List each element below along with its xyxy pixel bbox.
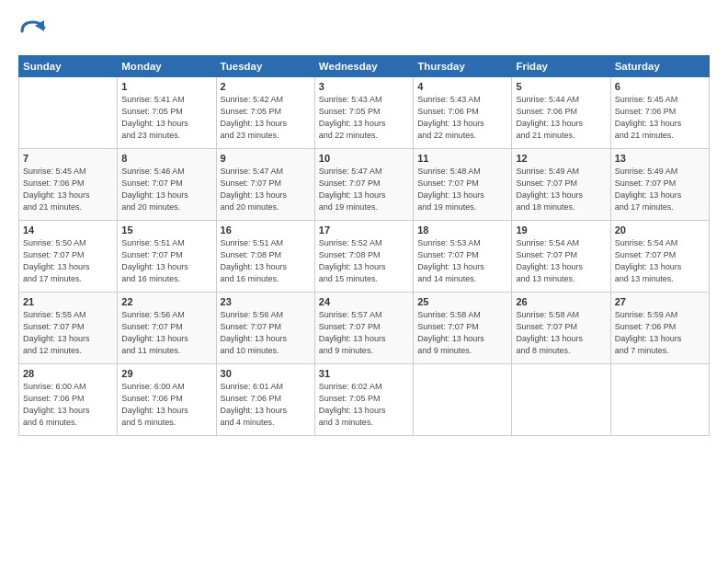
calendar-day-cell: 6Sunrise: 5:45 AM Sunset: 7:06 PM Daylig… — [610, 77, 709, 149]
logo — [18, 17, 51, 46]
day-info: Sunrise: 5:54 AM Sunset: 7:07 PM Dayligh… — [615, 237, 705, 285]
day-number: 18 — [417, 224, 507, 236]
calendar-day-cell: 7Sunrise: 5:45 AM Sunset: 7:06 PM Daylig… — [19, 149, 118, 221]
day-number: 2 — [221, 81, 311, 92]
day-info: Sunrise: 5:51 AM Sunset: 7:07 PM Dayligh… — [121, 237, 211, 285]
calendar-day-cell: 15Sunrise: 5:51 AM Sunset: 7:07 PM Dayli… — [118, 221, 216, 293]
day-number: 1 — [121, 81, 211, 92]
day-number: 16 — [221, 224, 311, 236]
page: SundayMondayTuesdayWednesdayThursdayFrid… — [0, 0, 728, 563]
calendar-day-cell: 21Sunrise: 5:55 AM Sunset: 7:07 PM Dayli… — [19, 293, 118, 364]
day-info: Sunrise: 5:57 AM Sunset: 7:07 PM Dayligh… — [319, 309, 409, 357]
calendar-day-header: Wednesday — [314, 56, 413, 77]
day-info: Sunrise: 5:53 AM Sunset: 7:07 PM Dayligh… — [417, 237, 507, 285]
day-number: 30 — [221, 368, 311, 379]
day-number: 26 — [516, 296, 606, 307]
calendar-day-cell: 1Sunrise: 5:41 AM Sunset: 7:05 PM Daylig… — [118, 77, 216, 149]
calendar-week-row: 28Sunrise: 6:00 AM Sunset: 7:06 PM Dayli… — [19, 364, 710, 436]
day-number: 21 — [23, 296, 113, 307]
day-info: Sunrise: 5:43 AM Sunset: 7:06 PM Dayligh… — [417, 94, 507, 142]
day-info: Sunrise: 5:45 AM Sunset: 7:06 PM Dayligh… — [615, 94, 705, 142]
day-number: 24 — [319, 296, 409, 307]
calendar-day-cell — [19, 77, 118, 149]
day-info: Sunrise: 5:49 AM Sunset: 7:07 PM Dayligh… — [516, 166, 606, 213]
calendar-day-cell: 20Sunrise: 5:54 AM Sunset: 7:07 PM Dayli… — [610, 221, 709, 293]
day-number: 28 — [23, 368, 113, 379]
day-info: Sunrise: 6:02 AM Sunset: 7:05 PM Dayligh… — [319, 381, 409, 429]
calendar-day-cell: 11Sunrise: 5:48 AM Sunset: 7:07 PM Dayli… — [414, 149, 512, 221]
day-number: 12 — [516, 153, 606, 164]
day-number: 4 — [417, 81, 507, 92]
calendar-day-cell: 14Sunrise: 5:50 AM Sunset: 7:07 PM Dayli… — [19, 221, 118, 293]
calendar-week-row: 1Sunrise: 5:41 AM Sunset: 7:05 PM Daylig… — [19, 77, 710, 149]
day-info: Sunrise: 5:42 AM Sunset: 7:05 PM Dayligh… — [221, 94, 311, 142]
day-number: 5 — [516, 81, 606, 92]
calendar-day-cell: 10Sunrise: 5:47 AM Sunset: 7:07 PM Dayli… — [314, 149, 413, 221]
day-number: 17 — [319, 224, 409, 236]
day-info: Sunrise: 5:44 AM Sunset: 7:06 PM Dayligh… — [516, 94, 606, 142]
day-info: Sunrise: 5:52 AM Sunset: 7:08 PM Dayligh… — [319, 237, 409, 285]
day-info: Sunrise: 5:59 AM Sunset: 7:06 PM Dayligh… — [615, 309, 705, 357]
day-info: Sunrise: 5:54 AM Sunset: 7:07 PM Dayligh… — [516, 237, 606, 285]
day-number: 3 — [319, 81, 409, 92]
calendar-day-cell — [414, 364, 512, 436]
day-number: 8 — [121, 153, 211, 164]
day-info: Sunrise: 6:01 AM Sunset: 7:06 PM Dayligh… — [221, 381, 311, 429]
calendar-day-cell: 26Sunrise: 5:58 AM Sunset: 7:07 PM Dayli… — [512, 293, 610, 364]
day-number: 20 — [615, 224, 705, 236]
day-info: Sunrise: 5:48 AM Sunset: 7:07 PM Dayligh… — [417, 166, 507, 213]
header — [18, 17, 710, 46]
logo-icon — [18, 17, 48, 46]
calendar-week-row: 7Sunrise: 5:45 AM Sunset: 7:06 PM Daylig… — [19, 149, 710, 221]
day-number: 15 — [121, 224, 211, 236]
calendar-day-cell: 28Sunrise: 6:00 AM Sunset: 7:06 PM Dayli… — [19, 364, 118, 436]
calendar-day-header: Thursday — [414, 56, 512, 77]
calendar-day-cell: 30Sunrise: 6:01 AM Sunset: 7:06 PM Dayli… — [216, 364, 314, 436]
calendar-day-cell: 12Sunrise: 5:49 AM Sunset: 7:07 PM Dayli… — [512, 149, 610, 221]
calendar-day-cell: 23Sunrise: 5:56 AM Sunset: 7:07 PM Dayli… — [216, 293, 314, 364]
day-number: 23 — [221, 296, 311, 307]
calendar-day-cell: 27Sunrise: 5:59 AM Sunset: 7:06 PM Dayli… — [610, 293, 709, 364]
day-info: Sunrise: 5:58 AM Sunset: 7:07 PM Dayligh… — [516, 309, 606, 357]
calendar-day-cell — [610, 364, 709, 436]
calendar-day-cell: 18Sunrise: 5:53 AM Sunset: 7:07 PM Dayli… — [414, 221, 512, 293]
calendar-day-cell: 8Sunrise: 5:46 AM Sunset: 7:07 PM Daylig… — [118, 149, 216, 221]
day-info: Sunrise: 5:55 AM Sunset: 7:07 PM Dayligh… — [23, 309, 113, 357]
day-info: Sunrise: 5:47 AM Sunset: 7:07 PM Dayligh… — [221, 166, 311, 213]
day-number: 27 — [615, 296, 705, 307]
calendar-header-row: SundayMondayTuesdayWednesdayThursdayFrid… — [19, 56, 710, 77]
day-number: 11 — [417, 153, 507, 164]
calendar-day-header: Sunday — [19, 56, 118, 77]
day-info: Sunrise: 5:56 AM Sunset: 7:07 PM Dayligh… — [221, 309, 311, 357]
calendar-day-cell: 4Sunrise: 5:43 AM Sunset: 7:06 PM Daylig… — [414, 77, 512, 149]
day-number: 7 — [23, 153, 113, 164]
calendar-day-cell: 25Sunrise: 5:58 AM Sunset: 7:07 PM Dayli… — [414, 293, 512, 364]
day-number: 31 — [319, 368, 409, 379]
calendar-day-cell: 31Sunrise: 6:02 AM Sunset: 7:05 PM Dayli… — [314, 364, 413, 436]
calendar-day-cell: 29Sunrise: 6:00 AM Sunset: 7:06 PM Dayli… — [118, 364, 216, 436]
calendar-day-cell: 5Sunrise: 5:44 AM Sunset: 7:06 PM Daylig… — [512, 77, 610, 149]
calendar-day-header: Friday — [512, 56, 610, 77]
day-info: Sunrise: 5:46 AM Sunset: 7:07 PM Dayligh… — [121, 166, 211, 213]
day-info: Sunrise: 5:51 AM Sunset: 7:08 PM Dayligh… — [221, 237, 311, 285]
calendar-day-cell: 13Sunrise: 5:49 AM Sunset: 7:07 PM Dayli… — [610, 149, 709, 221]
day-number: 14 — [23, 224, 113, 236]
calendar-day-header: Monday — [118, 56, 216, 77]
day-number: 29 — [121, 368, 211, 379]
day-info: Sunrise: 5:47 AM Sunset: 7:07 PM Dayligh… — [319, 166, 409, 213]
calendar-week-row: 14Sunrise: 5:50 AM Sunset: 7:07 PM Dayli… — [19, 221, 710, 293]
day-info: Sunrise: 6:00 AM Sunset: 7:06 PM Dayligh… — [121, 381, 211, 429]
calendar-day-cell: 17Sunrise: 5:52 AM Sunset: 7:08 PM Dayli… — [314, 221, 413, 293]
day-info: Sunrise: 5:50 AM Sunset: 7:07 PM Dayligh… — [23, 237, 113, 285]
day-number: 6 — [615, 81, 705, 92]
day-info: Sunrise: 5:58 AM Sunset: 7:07 PM Dayligh… — [417, 309, 507, 357]
calendar-day-cell — [512, 364, 610, 436]
day-info: Sunrise: 5:41 AM Sunset: 7:05 PM Dayligh… — [121, 94, 211, 142]
day-info: Sunrise: 5:56 AM Sunset: 7:07 PM Dayligh… — [121, 309, 211, 357]
day-number: 10 — [319, 153, 409, 164]
calendar-day-header: Saturday — [610, 56, 709, 77]
day-number: 19 — [516, 224, 606, 236]
day-number: 22 — [121, 296, 211, 307]
day-info: Sunrise: 5:43 AM Sunset: 7:05 PM Dayligh… — [319, 94, 409, 142]
day-info: Sunrise: 6:00 AM Sunset: 7:06 PM Dayligh… — [23, 381, 113, 429]
